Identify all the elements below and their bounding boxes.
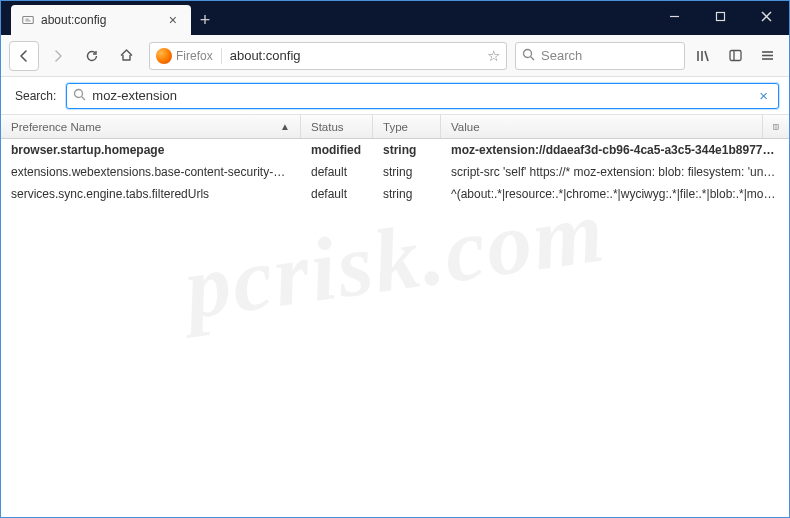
pref-name: extensions.webextensions.base-content-se… (1, 165, 301, 179)
pref-status: modified (301, 143, 373, 157)
svg-line-11 (705, 51, 708, 61)
pref-status: default (301, 165, 373, 179)
search-icon (73, 88, 86, 104)
search-icon (522, 48, 535, 64)
svg-rect-0 (23, 17, 34, 24)
config-search-input[interactable] (92, 88, 755, 103)
titlebar: about:config × + (1, 1, 789, 35)
pref-value: moz-extension://ddaeaf3d-cb96-4ca5-a3c5-… (441, 143, 789, 157)
column-picker-button[interactable] (763, 115, 789, 138)
svg-point-7 (524, 49, 532, 57)
search-placeholder: Search (541, 48, 582, 63)
identity-box[interactable]: Firefox (156, 48, 222, 64)
reload-button[interactable] (77, 41, 107, 71)
search-bar[interactable]: Search (515, 42, 685, 70)
svg-line-8 (531, 56, 535, 60)
col-header-name[interactable]: Preference Name ▲ (1, 115, 301, 138)
pref-row[interactable]: extensions.webextensions.base-content-se… (1, 161, 789, 183)
sort-asc-icon: ▲ (280, 121, 290, 132)
sidebar-button[interactable] (721, 42, 749, 70)
svg-rect-12 (730, 51, 741, 61)
config-search-label: Search: (15, 89, 56, 103)
url-text: about:config (230, 48, 301, 63)
config-search-row: Search: × (1, 77, 789, 115)
pref-type: string (373, 143, 441, 157)
tab-title: about:config (41, 13, 106, 27)
config-search-field[interactable]: × (66, 83, 779, 109)
tab-favicon-icon (21, 13, 35, 27)
nav-toolbar: Firefox about:config ☆ Search (1, 35, 789, 77)
tab-close-button[interactable]: × (165, 12, 181, 28)
window-maximize-button[interactable] (697, 1, 743, 31)
pref-row[interactable]: browser.startup.homepage modified string… (1, 139, 789, 161)
pref-value: ^(about:.*|resource:.*|chrome:.*|wyciwyg… (441, 187, 789, 201)
tab-aboutconfig[interactable]: about:config × (11, 5, 191, 35)
new-tab-button[interactable]: + (191, 5, 219, 35)
pref-table-body: browser.startup.homepage modified string… (1, 139, 789, 517)
home-button[interactable] (111, 41, 141, 71)
pref-row[interactable]: services.sync.engine.tabs.filteredUrls d… (1, 183, 789, 205)
window-minimize-button[interactable] (651, 1, 697, 31)
window-controls (651, 1, 789, 35)
window-close-button[interactable] (743, 1, 789, 31)
pref-name: services.sync.engine.tabs.filteredUrls (1, 187, 301, 201)
pref-table-header: Preference Name ▲ Status Type Value (1, 115, 789, 139)
pref-type: string (373, 165, 441, 179)
url-bar[interactable]: Firefox about:config ☆ (149, 42, 507, 70)
firefox-logo-icon (156, 48, 172, 64)
svg-rect-4 (716, 12, 724, 20)
pref-status: default (301, 187, 373, 201)
col-header-name-label: Preference Name (11, 121, 101, 133)
bookmark-star-icon[interactable]: ☆ (487, 47, 500, 65)
svg-point-17 (75, 89, 83, 97)
back-button[interactable] (9, 41, 39, 71)
col-header-value[interactable]: Value (441, 115, 763, 138)
forward-button[interactable] (43, 41, 73, 71)
pref-name: browser.startup.homepage (1, 143, 301, 157)
menu-button[interactable] (753, 42, 781, 70)
col-header-type[interactable]: Type (373, 115, 441, 138)
pref-value: script-src 'self' https://* moz-extensio… (441, 165, 789, 179)
svg-line-18 (82, 96, 86, 100)
pref-type: string (373, 187, 441, 201)
clear-search-button[interactable]: × (755, 87, 772, 104)
col-header-type-label: Type (383, 121, 408, 133)
svg-rect-19 (774, 124, 779, 129)
browser-window: about:config × + (0, 0, 790, 518)
library-button[interactable] (689, 42, 717, 70)
col-header-value-label: Value (451, 121, 480, 133)
identity-label: Firefox (176, 49, 213, 63)
col-header-status[interactable]: Status (301, 115, 373, 138)
col-header-status-label: Status (311, 121, 344, 133)
